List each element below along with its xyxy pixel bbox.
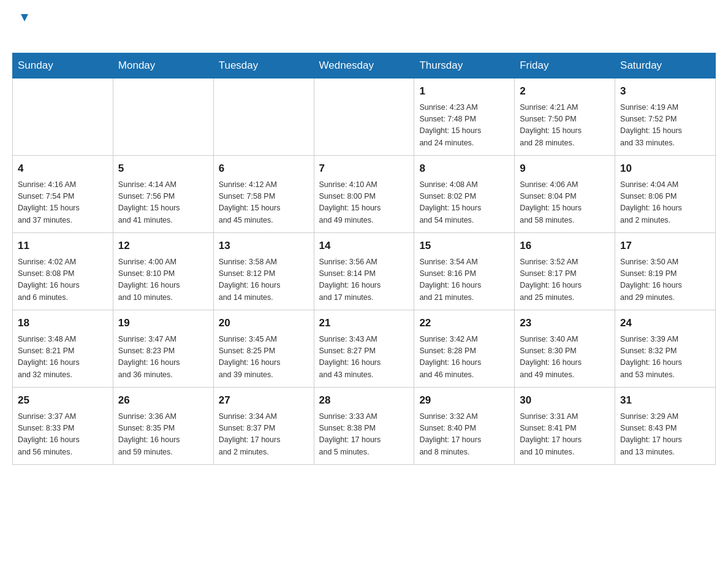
day-info: Sunrise: 3:54 AMSunset: 8:16 PMDaylight:… xyxy=(419,256,509,304)
day-number: 21 xyxy=(319,315,409,331)
day-number: 19 xyxy=(118,315,208,331)
day-info: Sunrise: 3:34 AMSunset: 8:37 PMDaylight:… xyxy=(219,411,309,459)
day-info: Sunrise: 4:06 AMSunset: 8:04 PMDaylight:… xyxy=(520,179,610,227)
day-number: 18 xyxy=(18,315,108,331)
day-info: Sunrise: 3:50 AMSunset: 8:19 PMDaylight:… xyxy=(620,256,710,304)
day-info: Sunrise: 3:48 AMSunset: 8:21 PMDaylight:… xyxy=(18,334,108,381)
day-number: 24 xyxy=(620,315,710,331)
calendar-cell: 27Sunrise: 3:34 AMSunset: 8:37 PMDayligh… xyxy=(213,388,314,465)
calendar-cell: 5Sunrise: 4:14 AMSunset: 7:56 PMDaylight… xyxy=(113,156,213,233)
calendar-cell: 29Sunrise: 3:32 AMSunset: 8:40 PMDayligh… xyxy=(414,388,515,465)
day-number: 14 xyxy=(319,238,409,254)
logo xyxy=(18,12,32,40)
day-info: Sunrise: 3:43 AMSunset: 8:27 PMDaylight:… xyxy=(319,334,409,381)
calendar-cell xyxy=(113,79,213,156)
day-info: Sunrise: 4:21 AMSunset: 7:50 PMDaylight:… xyxy=(520,102,610,150)
day-number: 2 xyxy=(520,83,610,99)
day-info: Sunrise: 4:19 AMSunset: 7:52 PMDaylight:… xyxy=(620,102,710,150)
day-number: 28 xyxy=(319,393,409,408)
day-info: Sunrise: 4:16 AMSunset: 7:54 PMDaylight:… xyxy=(18,179,108,227)
calendar-cell xyxy=(314,79,414,156)
day-info: Sunrise: 4:08 AMSunset: 8:02 PMDaylight:… xyxy=(419,179,509,227)
calendar-week-4: 18Sunrise: 3:48 AMSunset: 8:21 PMDayligh… xyxy=(13,310,716,388)
day-info: Sunrise: 4:23 AMSunset: 7:48 PMDaylight:… xyxy=(419,102,509,150)
day-number: 15 xyxy=(419,238,509,254)
calendar-cell: 17Sunrise: 3:50 AMSunset: 8:19 PMDayligh… xyxy=(615,233,716,310)
calendar-week-3: 11Sunrise: 4:02 AMSunset: 8:08 PMDayligh… xyxy=(13,233,716,310)
day-number: 6 xyxy=(219,161,309,177)
calendar-header: Sunday Monday Tuesday Wednesday Thursday… xyxy=(13,53,716,79)
day-number: 17 xyxy=(620,238,710,254)
day-info: Sunrise: 4:00 AMSunset: 8:10 PMDaylight:… xyxy=(118,256,208,304)
calendar-cell: 24Sunrise: 3:39 AMSunset: 8:32 PMDayligh… xyxy=(615,310,716,388)
day-number: 22 xyxy=(419,315,509,331)
calendar-cell: 8Sunrise: 4:08 AMSunset: 8:02 PMDaylight… xyxy=(414,156,515,233)
day-number: 30 xyxy=(520,393,610,408)
day-number: 31 xyxy=(620,393,710,408)
day-info: Sunrise: 3:45 AMSunset: 8:25 PMDaylight:… xyxy=(219,334,309,381)
calendar-cell: 4Sunrise: 4:16 AMSunset: 7:54 PMDaylight… xyxy=(13,156,113,233)
calendar-cell: 14Sunrise: 3:56 AMSunset: 8:14 PMDayligh… xyxy=(314,233,414,310)
day-info: Sunrise: 3:52 AMSunset: 8:17 PMDaylight:… xyxy=(520,256,610,304)
day-info: Sunrise: 3:39 AMSunset: 8:32 PMDaylight:… xyxy=(620,334,710,381)
calendar-cell: 26Sunrise: 3:36 AMSunset: 8:35 PMDayligh… xyxy=(113,388,213,465)
calendar-week-2: 4Sunrise: 4:16 AMSunset: 7:54 PMDaylight… xyxy=(13,156,716,233)
header-wednesday: Wednesday xyxy=(314,53,414,79)
day-number: 11 xyxy=(18,238,108,254)
day-info: Sunrise: 4:02 AMSunset: 8:08 PMDaylight:… xyxy=(18,256,108,304)
day-number: 9 xyxy=(520,161,610,177)
header-tuesday: Tuesday xyxy=(213,53,314,79)
calendar-body: 1Sunrise: 4:23 AMSunset: 7:48 PMDaylight… xyxy=(13,79,716,465)
day-info: Sunrise: 3:42 AMSunset: 8:28 PMDaylight:… xyxy=(419,334,509,381)
calendar-cell: 15Sunrise: 3:54 AMSunset: 8:16 PMDayligh… xyxy=(414,233,515,310)
calendar-cell: 31Sunrise: 3:29 AMSunset: 8:43 PMDayligh… xyxy=(615,388,716,465)
calendar-cell: 2Sunrise: 4:21 AMSunset: 7:50 PMDaylight… xyxy=(515,79,615,156)
calendar-cell: 11Sunrise: 4:02 AMSunset: 8:08 PMDayligh… xyxy=(13,233,113,310)
header-monday: Monday xyxy=(113,53,213,79)
calendar-cell: 21Sunrise: 3:43 AMSunset: 8:27 PMDayligh… xyxy=(314,310,414,388)
day-info: Sunrise: 3:36 AMSunset: 8:35 PMDaylight:… xyxy=(118,411,208,459)
calendar-cell: 28Sunrise: 3:33 AMSunset: 8:38 PMDayligh… xyxy=(314,388,414,465)
calendar-cell: 6Sunrise: 4:12 AMSunset: 7:58 PMDaylight… xyxy=(213,156,314,233)
header-row: Sunday Monday Tuesday Wednesday Thursday… xyxy=(13,53,716,79)
calendar-cell: 25Sunrise: 3:37 AMSunset: 8:33 PMDayligh… xyxy=(13,388,113,465)
day-number: 8 xyxy=(419,161,509,177)
day-number: 1 xyxy=(419,83,509,99)
logo-triangle-icon xyxy=(19,12,30,23)
day-info: Sunrise: 4:14 AMSunset: 7:56 PMDaylight:… xyxy=(118,179,208,227)
day-info: Sunrise: 3:47 AMSunset: 8:23 PMDaylight:… xyxy=(118,334,208,381)
calendar-week-1: 1Sunrise: 4:23 AMSunset: 7:48 PMDaylight… xyxy=(13,79,716,156)
calendar-cell: 3Sunrise: 4:19 AMSunset: 7:52 PMDaylight… xyxy=(615,79,716,156)
calendar-cell: 20Sunrise: 3:45 AMSunset: 8:25 PMDayligh… xyxy=(213,310,314,388)
calendar-cell: 19Sunrise: 3:47 AMSunset: 8:23 PMDayligh… xyxy=(113,310,213,388)
calendar-cell xyxy=(213,79,314,156)
day-number: 16 xyxy=(520,238,610,254)
calendar-cell: 22Sunrise: 3:42 AMSunset: 8:28 PMDayligh… xyxy=(414,310,515,388)
header-friday: Friday xyxy=(515,53,615,79)
calendar-table: Sunday Monday Tuesday Wednesday Thursday… xyxy=(12,53,716,465)
calendar-cell: 1Sunrise: 4:23 AMSunset: 7:48 PMDaylight… xyxy=(414,79,515,156)
calendar-cell: 13Sunrise: 3:58 AMSunset: 8:12 PMDayligh… xyxy=(213,233,314,310)
calendar-cell: 9Sunrise: 4:06 AMSunset: 8:04 PMDaylight… xyxy=(515,156,615,233)
calendar-cell: 10Sunrise: 4:04 AMSunset: 8:06 PMDayligh… xyxy=(615,156,716,233)
calendar-cell: 7Sunrise: 4:10 AMSunset: 8:00 PMDaylight… xyxy=(314,156,414,233)
header-thursday: Thursday xyxy=(414,53,515,79)
calendar-cell: 30Sunrise: 3:31 AMSunset: 8:41 PMDayligh… xyxy=(515,388,615,465)
day-number: 25 xyxy=(18,393,108,408)
calendar-cell: 16Sunrise: 3:52 AMSunset: 8:17 PMDayligh… xyxy=(515,233,615,310)
day-number: 12 xyxy=(118,238,208,254)
day-info: Sunrise: 3:31 AMSunset: 8:41 PMDaylight:… xyxy=(520,411,610,459)
day-info: Sunrise: 3:29 AMSunset: 8:43 PMDaylight:… xyxy=(620,411,710,459)
day-info: Sunrise: 3:37 AMSunset: 8:33 PMDaylight:… xyxy=(18,411,108,459)
day-info: Sunrise: 3:33 AMSunset: 8:38 PMDaylight:… xyxy=(319,411,409,459)
day-number: 29 xyxy=(419,393,509,408)
day-info: Sunrise: 4:10 AMSunset: 8:00 PMDaylight:… xyxy=(319,179,409,227)
day-number: 23 xyxy=(520,315,610,331)
day-info: Sunrise: 4:04 AMSunset: 8:06 PMDaylight:… xyxy=(620,179,710,227)
day-number: 4 xyxy=(18,161,108,177)
day-number: 3 xyxy=(620,83,710,99)
header-saturday: Saturday xyxy=(615,53,716,79)
page-header xyxy=(0,0,728,47)
day-number: 27 xyxy=(219,393,309,408)
calendar-cell xyxy=(13,79,113,156)
